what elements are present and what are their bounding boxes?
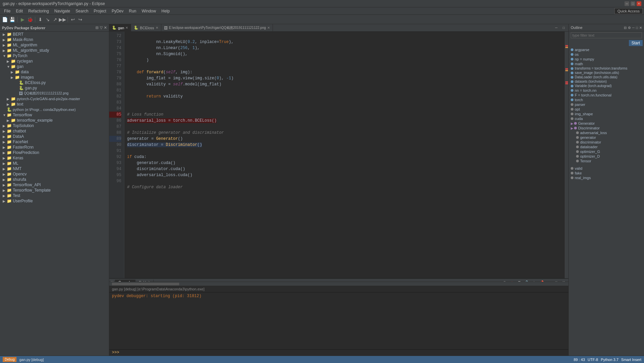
menu-edit[interactable]: Edit [13, 8, 26, 14]
outline-item-img-shape[interactable]: img_shape [569, 112, 644, 116]
outline-item-variable[interactable]: Variable (torch.autograd) [569, 84, 644, 88]
menu-help[interactable]: Help [159, 8, 172, 14]
sidebar-item-cyclegan[interactable]: ▶ 📁 cyclegan [0, 58, 109, 64]
tab-close-bceloss[interactable]: ✕ [156, 26, 158, 30]
outline-item-discriminator-class[interactable]: ▶ Discriminator [569, 126, 644, 130]
menu-pydev[interactable]: PyDev [109, 8, 126, 14]
outline-item-save-image[interactable]: save_image (torchvision.utils) [569, 71, 644, 75]
sidebar-item-mask-rcnn[interactable]: ▶ 📁 Mask-Rcnn [0, 37, 109, 42]
editor-maximize[interactable]: □ [560, 25, 567, 31]
editor-minimize[interactable]: ─ [553, 25, 560, 31]
tab-bceloss[interactable]: 🐍 BCEloss ✕ [131, 24, 161, 31]
outline-item-transforms[interactable]: transforms = torchvision.transforms [569, 66, 644, 71]
sidebar-item-chatbot[interactable]: ▶ 📁 chatbot [0, 128, 109, 134]
step-over[interactable]: ⬇ [37, 16, 44, 23]
sidebar-item-gan[interactable]: ▼ 📁 gan [0, 64, 109, 69]
outline-item-cuda[interactable]: cuda [569, 116, 644, 121]
sidebar-item-gan-py[interactable]: ▶ 🐍 gan.py [0, 85, 109, 91]
outline-item-torch[interactable]: torch [569, 97, 644, 102]
menu-window[interactable]: Window [139, 8, 159, 14]
sidebar-item-cycle-master[interactable]: ▶ 📁 pytorch-CycleGAN-and-pix2pix-master [0, 96, 109, 102]
outline-collapse-icon[interactable]: ⊟ [624, 26, 627, 30]
outline-item-valid[interactable]: valid [569, 166, 644, 171]
outline-settings-icon[interactable]: ⚙ [628, 26, 631, 30]
run-button[interactable]: ▶ [19, 16, 26, 23]
code-editor[interactable]: 72 73 74 75 76 77 78 79 80 81 82 83 84 ●… [109, 32, 568, 278]
outline-filter-input[interactable] [571, 32, 642, 38]
sidebar-item-bceloss[interactable]: ▶ 🐍 BCEloss.py [0, 80, 109, 85]
sidebar-item-tftemplate[interactable]: ▶ 📁 Tensorflow_Template [0, 188, 109, 193]
debug-button[interactable]: 🐞 [27, 16, 33, 23]
outline-item-argparse[interactable]: argparse [569, 47, 644, 52]
outline-item-nn[interactable]: nn = torch.nn [569, 88, 644, 93]
maximize-button[interactable]: □ [631, 1, 635, 6]
sidebar-item-keras[interactable]: ▶ 📁 Keras [0, 155, 109, 161]
outline-item-fake[interactable]: fake [569, 171, 644, 175]
collapse-all-icon[interactable]: ⊟ [95, 26, 98, 30]
sidebar-item-opencv[interactable]: ▶ 📁 Opencv [0, 171, 109, 177]
sidebar-item-ml-algorithm-study[interactable]: ▶ 📁 ML_algorithm_study [0, 48, 109, 53]
sidebar-item-tf-example[interactable]: ▶ 📁 tensorflow_example [0, 118, 109, 123]
tab-close-gan[interactable]: ✕ [125, 26, 128, 30]
outline-close-icon[interactable]: ✕ [639, 26, 642, 30]
tab-gan[interactable]: 🐍 gan ✕ [109, 24, 131, 31]
sidebar-item-dataa[interactable]: ▶ 📁 DataA [0, 134, 109, 139]
sidebar-item-shurufa[interactable]: ▶ 📁 shurufa [0, 177, 109, 182]
outline-item-dataloader-var[interactable]: dataloader [569, 145, 644, 149]
menu-icon[interactable]: ▽ [100, 26, 103, 30]
sidebar-item-qq-image[interactable]: ▶ 🖼 QQ截图20191111121122.png [0, 91, 109, 96]
sidebar-item-data[interactable]: ▶ 📁 data [0, 69, 109, 75]
new-button[interactable]: 📄 [1, 16, 8, 23]
menu-navigate[interactable]: Navigate [51, 8, 73, 14]
tab-qq-image[interactable]: 🖼 E:\eclipse-workspace\PyTorch\gan\QQ截图2… [161, 24, 273, 31]
menu-project[interactable]: Project [91, 8, 109, 14]
sidebar-item-ml-algorithm[interactable]: ▶ 📁 ML_algorithm [0, 42, 109, 48]
outline-item-datasets[interactable]: datasets (torchvision) [569, 79, 644, 84]
redo-button[interactable]: ↪ [77, 16, 84, 23]
outline-minimize-icon[interactable]: ─ [632, 26, 635, 30]
sidebar-item-bert[interactable]: ▶ 📁 BERT [0, 32, 109, 37]
editor-scrollbar[interactable] [564, 32, 568, 278]
outline-item-generator-class[interactable]: ▶ Generator [569, 121, 644, 126]
outline-item-tensor[interactable]: Tensor [569, 159, 644, 163]
code-content[interactable]: nn.LeakyReLU(0.2, inplace=True), nn.Line… [124, 32, 564, 278]
outline-item-math[interactable]: math [569, 62, 644, 66]
console-input-field[interactable] [121, 350, 566, 355]
close-button[interactable]: ✕ [637, 1, 641, 6]
menu-run[interactable]: Run [126, 8, 139, 14]
outline-item-real-imgs[interactable]: real_imgs [569, 175, 644, 180]
minimize-button[interactable]: ─ [625, 1, 629, 6]
sidebar-item-pytorch[interactable]: ▼ 📁 PyTorch [0, 53, 109, 58]
menu-refactoring[interactable]: Refactoring [26, 8, 51, 14]
outline-item-os[interactable]: os [569, 52, 644, 57]
sidebar-item-tfapi[interactable]: ▶ 📁 Tensorflow_API [0, 182, 109, 188]
sidebar-item-flowprediction[interactable]: ▶ 📁 FlowPrediction [0, 150, 109, 155]
outline-item-F[interactable]: F = torch.nn.functional [569, 93, 644, 97]
sidebar-item-images[interactable]: ▶ 📁 images [0, 75, 109, 80]
outline-item-optimizer-d[interactable]: optimizer_D [569, 154, 644, 159]
sidebar-item-ml[interactable]: ▶ 📁 ML [0, 161, 109, 166]
sidebar-item-topsolution[interactable]: ▶ 📁 TopSolution [0, 123, 109, 128]
outline-maximize-icon[interactable]: □ [636, 26, 638, 30]
outline-item-opt[interactable]: opt [569, 107, 644, 112]
sidebar-item-text[interactable]: ▶ 📁 text [0, 102, 109, 107]
sidebar-item-tensorflow[interactable]: ▼ 📁 Tensorflow [0, 112, 109, 118]
quick-access-box[interactable]: Quick Access [614, 8, 643, 14]
sidebar-item-nmt[interactable]: ▶ 📁 NMT [0, 166, 109, 171]
outline-item-adversarial-loss[interactable]: adversarial_loss [569, 130, 644, 135]
step-into[interactable]: ↘ [44, 16, 51, 23]
outline-item-dataloader[interactable]: DataLoader (torch.utils.data) [569, 75, 644, 79]
sidebar-item-facenet[interactable]: ▶ 📁 FaceNet [0, 139, 109, 145]
sidebar-item-fasterrcnn[interactable]: ▶ 📁 FasterRcnn [0, 145, 109, 150]
menu-file[interactable]: File [1, 8, 13, 14]
sidebar-item-userprofile[interactable]: ▶ 📁 UserProfile [0, 198, 109, 204]
tab-close-qq[interactable]: ✕ [267, 26, 270, 30]
step-out[interactable]: ↗ [52, 16, 58, 23]
sidebar-item-python[interactable]: ▶ 🐍 python (e:\Progr... conda3\python.ex… [0, 107, 109, 112]
close-sidebar-icon[interactable]: ✕ [104, 26, 107, 30]
menu-search[interactable]: Search [73, 8, 91, 14]
undo-button[interactable]: ↩ [70, 16, 76, 23]
resume-button[interactable]: ▶▶ [59, 16, 66, 23]
save-button[interactable]: 💾 [9, 16, 15, 23]
outline-item-discriminator[interactable]: discriminator [569, 140, 644, 145]
